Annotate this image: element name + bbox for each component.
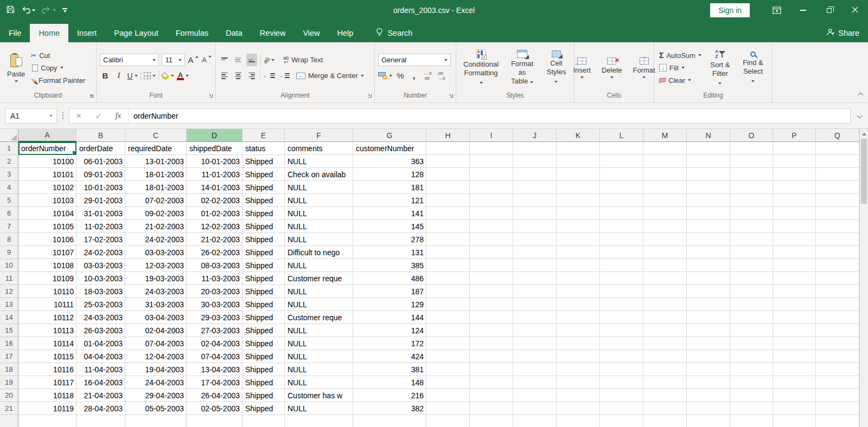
number-dialog-launcher[interactable] [448, 92, 454, 101]
cell[interactable]: 19-03-2003 [125, 272, 187, 285]
cell[interactable]: 24-03-2003 [76, 311, 125, 324]
cell[interactable]: NULL [285, 324, 353, 337]
cell[interactable] [773, 181, 816, 194]
cell[interactable] [557, 376, 600, 389]
cell[interactable]: 10101 [18, 168, 76, 181]
cell[interactable] [773, 337, 816, 350]
column-header-L[interactable]: L [600, 129, 643, 142]
cell[interactable] [730, 311, 773, 324]
cell[interactable] [816, 324, 859, 337]
cell[interactable] [426, 337, 470, 350]
cell[interactable]: 19-04-2003 [125, 363, 187, 376]
italic-button[interactable]: I [113, 69, 124, 82]
cell[interactable] [773, 194, 816, 207]
cell[interactable] [687, 194, 730, 207]
accounting-format-button[interactable] [378, 69, 392, 82]
cell[interactable]: 07-04-2003 [187, 350, 242, 363]
cell[interactable] [730, 142, 773, 155]
cell[interactable] [513, 415, 557, 427]
number-format-combo[interactable]: General [378, 54, 451, 66]
tab-page-layout[interactable]: Page Layout [105, 24, 167, 42]
cell[interactable] [643, 168, 687, 181]
cell[interactable] [470, 207, 513, 220]
cell[interactable]: Shipped [242, 259, 285, 272]
cell[interactable] [513, 142, 557, 155]
cell[interactable] [557, 402, 600, 415]
cell[interactable]: NULL [285, 376, 353, 389]
cell[interactable] [470, 376, 513, 389]
row-header-9[interactable]: 9 [0, 246, 18, 259]
cell[interactable]: 381 [353, 363, 426, 376]
cell[interactable]: Shipped [242, 168, 285, 181]
merge-center-button[interactable]: ↔ Merge & Center [295, 69, 366, 82]
cell[interactable] [687, 337, 730, 350]
select-all-corner[interactable] [0, 129, 18, 142]
increase-decimal-button[interactable]: ←.0.00 [422, 69, 433, 82]
cell[interactable] [426, 285, 470, 298]
cell[interactable] [426, 415, 470, 427]
minimize-button[interactable] [790, 0, 816, 21]
column-header-O[interactable]: O [730, 129, 773, 142]
cell[interactable] [426, 181, 470, 194]
cell[interactable] [557, 246, 600, 259]
cell[interactable] [600, 181, 643, 194]
cell[interactable] [513, 220, 557, 233]
cell[interactable] [600, 337, 643, 350]
cell[interactable] [687, 389, 730, 402]
cell[interactable] [643, 259, 687, 272]
cell[interactable] [513, 350, 557, 363]
cell[interactable]: Shipped [242, 298, 285, 311]
cell[interactable] [600, 389, 643, 402]
cell[interactable] [730, 272, 773, 285]
row-header-3[interactable]: 3 [0, 168, 18, 181]
cell[interactable] [773, 298, 816, 311]
column-header-C[interactable]: C [125, 129, 187, 142]
cell[interactable]: NULL [285, 181, 353, 194]
cell[interactable] [730, 246, 773, 259]
cell[interactable]: 13-04-2003 [187, 363, 242, 376]
row-header-19[interactable]: 19 [0, 376, 18, 389]
cell[interactable] [600, 194, 643, 207]
cell[interactable] [773, 402, 816, 415]
cell[interactable]: 10107 [18, 246, 76, 259]
cell[interactable]: NULL [285, 233, 353, 246]
increase-font-size-button[interactable]: A [188, 54, 199, 66]
cell[interactable] [816, 233, 859, 246]
cell[interactable] [470, 337, 513, 350]
cell[interactable] [643, 142, 687, 155]
fill-button[interactable]: ↓ Fill [658, 62, 703, 74]
cell[interactable]: 10102 [18, 181, 76, 194]
column-header-N[interactable]: N [687, 129, 730, 142]
cell[interactable]: 07-04-2003 [125, 337, 187, 350]
cell[interactable]: 20-03-2003 [187, 285, 242, 298]
sign-in-button[interactable]: Sign in [710, 3, 750, 17]
cell[interactable] [687, 142, 730, 155]
cell[interactable]: 10105 [18, 220, 76, 233]
row-header-13[interactable]: 13 [0, 298, 18, 311]
cell[interactable] [773, 155, 816, 168]
row-header-18[interactable]: 18 [0, 363, 18, 376]
cell[interactable] [643, 337, 687, 350]
cell[interactable]: Shipped [242, 389, 285, 402]
cell[interactable] [513, 285, 557, 298]
column-header-D[interactable]: D [187, 129, 242, 142]
cell[interactable] [513, 311, 557, 324]
cell[interactable] [816, 415, 859, 427]
clipboard-dialog-launcher[interactable] [88, 92, 94, 101]
tab-home[interactable]: Home [30, 24, 68, 42]
cell[interactable] [426, 311, 470, 324]
cell[interactable] [426, 220, 470, 233]
cell[interactable]: 29-04-2003 [125, 389, 187, 402]
cell[interactable]: shippedDate [187, 142, 242, 155]
cell[interactable] [18, 415, 76, 427]
cell[interactable]: 121 [353, 194, 426, 207]
cell[interactable] [470, 220, 513, 233]
underline-button[interactable]: U [127, 69, 138, 82]
undo-button[interactable] [21, 5, 35, 16]
cell[interactable] [643, 376, 687, 389]
cell[interactable]: NULL [285, 285, 353, 298]
cell[interactable] [470, 402, 513, 415]
tab-formulas[interactable]: Formulas [167, 24, 217, 42]
cell[interactable] [773, 415, 816, 427]
cell[interactable] [513, 337, 557, 350]
